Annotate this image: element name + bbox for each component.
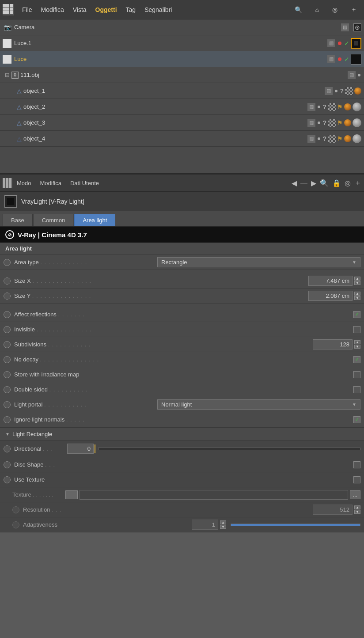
disc-shape-radio[interactable] <box>4 461 11 468</box>
scene-row-camera[interactable]: 📷 Camera ▨ ⊛ <box>0 19 364 35</box>
menu-vista[interactable]: Vista <box>68 4 91 15</box>
object2-mat <box>344 103 351 110</box>
resolution-radio[interactable] <box>12 506 19 513</box>
vray-logo-icon: ⊘ <box>5 230 14 239</box>
menu-file[interactable]: File <box>18 4 37 15</box>
area-type-dropdown[interactable]: Rectangle ▼ <box>157 257 360 267</box>
menu-segnalibri[interactable]: Segnalibri <box>140 4 176 15</box>
subdivisions-spinners[interactable]: ▲ ▼ <box>354 340 360 349</box>
resolution-up[interactable]: ▲ <box>354 505 360 509</box>
plus-icon[interactable]: ＋ <box>346 4 361 15</box>
ignore-light-normals-radio[interactable] <box>4 416 11 423</box>
use-texture-radio[interactable] <box>4 476 11 483</box>
home-icon[interactable]: ⌂ <box>311 4 323 15</box>
resolution-down[interactable]: ▼ <box>354 510 360 514</box>
size-y-down[interactable]: ▼ <box>354 296 360 300</box>
directional-input[interactable] <box>67 444 94 454</box>
resolution-input[interactable] <box>313 505 353 515</box>
scene-row-111obj[interactable]: ⊟ 0 111.obj ▨ <box>0 67 364 83</box>
toolbar-triangle-right[interactable]: ▶ <box>311 179 316 187</box>
store-irradiance-radio[interactable] <box>4 371 11 378</box>
search-icon[interactable]: 🔍 <box>290 4 307 15</box>
eye-icon[interactable]: ◎ <box>328 4 342 15</box>
adaptiveness-spinners[interactable]: ▲ ▼ <box>220 520 226 529</box>
luce-visibility: ▨ <box>327 55 335 63</box>
menu-oggetti[interactable]: Oggetti <box>91 4 121 15</box>
scene-row-object2[interactable]: △ object_2 ▨ ? ⚑ <box>0 99 364 115</box>
directional-radio[interactable] <box>4 445 11 452</box>
no-decay-radio[interactable] <box>4 356 11 363</box>
size-x-radio[interactable] <box>4 277 11 285</box>
size-x-input[interactable] <box>308 276 353 286</box>
area-type-radio[interactable] <box>4 259 11 266</box>
size-x-up[interactable]: ▲ <box>354 277 360 281</box>
object2-icons: ▨ ? ⚑ <box>307 103 361 111</box>
affect-reflections-checkbox[interactable] <box>353 311 360 318</box>
directional-slider[interactable] <box>98 448 360 450</box>
toolbar-lock[interactable]: 🔒 <box>332 179 341 187</box>
use-texture-checkbox[interactable] <box>353 476 360 483</box>
scene-row-object4[interactable]: △ object_4 ▨ ? ⚑ <box>0 131 364 147</box>
scene-row-object3[interactable]: △ object_3 ▨ ? ⚑ <box>0 115 364 131</box>
toolbar-plus2[interactable]: ＋ <box>354 178 361 188</box>
light-portal-dropdown[interactable]: Normal light ▼ <box>157 399 360 410</box>
object3-gray <box>353 118 361 127</box>
subdivisions-down[interactable]: ▼ <box>354 345 360 349</box>
size-x-spinners[interactable]: ▲ ▼ <box>354 277 360 285</box>
subdivisions-label: Subdivisions . . . . . . . . . . . <box>14 341 313 348</box>
affect-reflections-radio[interactable] <box>4 311 11 318</box>
toolbar-search[interactable]: 🔍 <box>320 179 329 187</box>
expand-111obj[interactable]: ⊟ <box>3 72 11 78</box>
collapse-arrow-icon[interactable]: ▼ <box>5 432 10 437</box>
toolbar-target[interactable]: ◎ <box>345 179 351 187</box>
subdivisions-radio[interactable] <box>4 341 11 348</box>
luce-check: ✓ <box>344 56 349 63</box>
size-y-value: ▲ ▼ <box>308 291 360 301</box>
store-irradiance-checkbox[interactable] <box>353 371 360 378</box>
toolbar-triangle-left[interactable]: ◀ <box>292 179 297 187</box>
no-decay-checkbox[interactable] <box>353 356 360 363</box>
adaptiveness-radio[interactable] <box>12 521 19 528</box>
double-sided-radio[interactable] <box>4 386 11 393</box>
subdivisions-input[interactable] <box>313 339 353 349</box>
size-y-up[interactable]: ▲ <box>354 292 360 296</box>
ignore-light-normals-checkbox[interactable] <box>353 416 360 423</box>
scene-row-object1[interactable]: △ object_1 ▨ ? <box>0 83 364 99</box>
prop-row-directional: Directional . . . <box>0 441 364 457</box>
toolbar-modifica[interactable]: Modifica <box>40 180 61 186</box>
double-sided-label: Double sided . . . . . . . . . . <box>14 386 353 393</box>
object1-icons: ▨ ? <box>325 87 361 95</box>
tab-area-light[interactable]: Area light <box>74 214 115 226</box>
menu-tag[interactable]: Tag <box>121 4 140 15</box>
resolution-spinners[interactable]: ▲ ▼ <box>354 505 360 514</box>
texture-browse-button[interactable]: ... <box>350 490 360 499</box>
adaptiveness-input[interactable] <box>192 520 218 530</box>
size-y-input[interactable] <box>308 291 353 301</box>
tab-common[interactable]: Common <box>34 214 74 226</box>
camera-row-icons: ▨ ⊛ <box>341 23 361 31</box>
size-x-down[interactable]: ▼ <box>354 281 360 285</box>
size-x-value: ▲ ▼ <box>308 276 360 286</box>
object2-vis: ▨ <box>307 103 315 111</box>
adaptiveness-up[interactable]: ▲ <box>220 520 226 524</box>
scene-row-luce[interactable]: Luce ▨ ✓ <box>0 51 364 67</box>
disc-shape-checkbox[interactable] <box>353 461 360 468</box>
toolbar-dati-utente[interactable]: Dati Utente <box>70 180 99 186</box>
tab-base[interactable]: Base <box>3 214 33 226</box>
invisible-radio[interactable] <box>4 326 11 333</box>
luce-row-icons: ▨ ✓ <box>327 54 361 65</box>
double-sided-checkbox[interactable] <box>353 386 360 393</box>
subdivisions-up[interactable]: ▲ <box>354 340 360 344</box>
light-portal-radio[interactable] <box>4 401 11 408</box>
luce1-name: Luce.1 <box>14 40 327 46</box>
texture-path[interactable] <box>80 490 348 500</box>
toolbar-modo[interactable]: Modo <box>17 180 31 186</box>
size-y-spinners[interactable]: ▲ ▼ <box>354 292 360 300</box>
adaptiveness-down[interactable]: ▼ <box>220 525 226 529</box>
invisible-checkbox[interactable] <box>353 326 360 333</box>
size-y-radio[interactable] <box>4 292 11 300</box>
menu-modifica[interactable]: Modifica <box>37 4 68 15</box>
disc-shape-label: Disc Shape . . . <box>14 461 353 468</box>
scene-row-luce1[interactable]: Luce.1 ▨ ✓ <box>0 35 364 51</box>
adaptiveness-slider[interactable] <box>231 524 360 526</box>
